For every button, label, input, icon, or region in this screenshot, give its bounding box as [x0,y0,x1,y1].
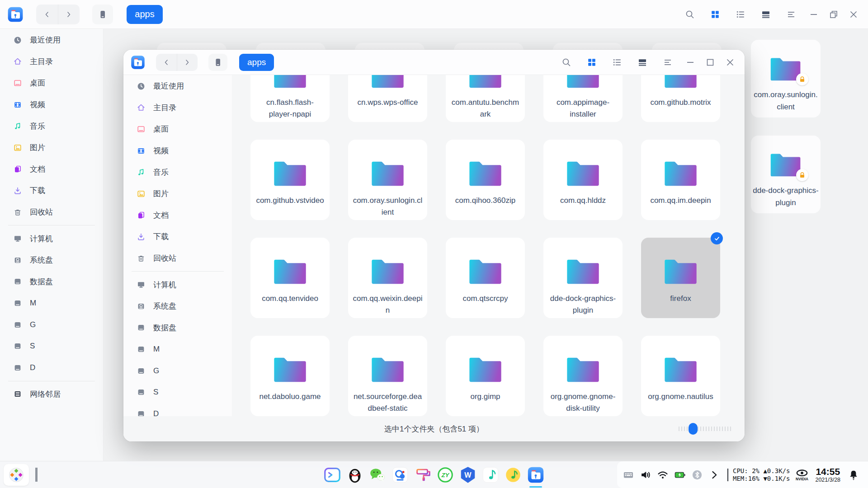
tray-wifi-icon[interactable] [657,469,669,481]
dock-baidu-netdisk[interactable] [391,465,410,484]
tray-keyboard-icon[interactable] [623,469,634,481]
list-view-button[interactable] [604,57,630,67]
close-button[interactable] [844,9,863,19]
folder-item[interactable]: cn.wps.wps-office [348,75,427,122]
dock-qq-music[interactable] [504,465,523,484]
minimize-button[interactable] [804,9,824,19]
clock[interactable]: 14:55 2021/3/28 [815,466,840,483]
folder-item[interactable]: org.gimp [446,336,525,416]
sidebar-item-document[interactable]: 文档 [0,159,103,180]
sidebar-item-home[interactable]: 主目录 [123,97,232,119]
sidebar-item-disk[interactable]: G [123,360,232,382]
folder-item[interactable]: com.qq.weixin.deepin [348,238,427,318]
sidebar-item-image[interactable]: 图片 [0,137,103,159]
tray-expand-icon[interactable] [708,469,720,481]
close-button[interactable] [720,57,740,67]
sidebar-item-disk[interactable]: 数据盘 [123,317,232,339]
menu-button[interactable] [778,9,804,19]
maximize-button[interactable] [700,57,720,67]
folder-item[interactable]: com.github.vstvideo [250,140,330,220]
folder-item[interactable]: cn.flash.flash-player-npapi [250,75,330,122]
search-button[interactable] [677,9,703,19]
dock-wechat[interactable] [368,465,387,484]
folder-item[interactable]: dde-dock-graphics-plugin [543,238,623,318]
notification-bell-icon[interactable] [848,469,859,481]
sidebar-item-home[interactable]: 主目录 [0,51,103,73]
sidebar-item-disk[interactable]: 数据盘 [0,271,103,293]
launcher-button[interactable] [4,464,29,486]
device-button[interactable] [92,5,113,24]
dock-deepin-draw[interactable] [413,465,432,484]
system-monitor[interactable]: CPU: 2% ▲0.3K/s MEM:16% ▼0.1K/s [733,467,790,483]
sidebar-item-music[interactable]: 音乐 [0,115,103,137]
sidebar-item-clock[interactable]: 最近使用 [0,29,103,51]
folder-item[interactable]: dde-dock-graphics-plugin [751,136,821,213]
folder-item[interactable]: com.antutu.benchmark [446,75,525,122]
grid-view-button[interactable] [579,57,604,67]
minimize-button[interactable] [680,57,700,67]
forward-button[interactable] [58,5,80,24]
dock-deepin-music[interactable] [481,465,500,484]
grid-view-button[interactable] [703,9,728,19]
tray-battery-icon[interactable] [674,469,686,481]
sidebar-item-disk[interactable]: M [123,338,232,360]
sidebar-item-network[interactable]: 网络邻居 [0,384,103,405]
folder-item[interactable]: com.github.motrix [641,75,720,122]
sidebar-item-sysdisk[interactable]: 系统盘 [0,249,103,271]
folder-item[interactable]: com.oray.sunlogin.client [751,40,821,117]
folder-item[interactable]: net.sourceforge.deadbeef-static [348,336,427,416]
sidebar-item-trash[interactable]: 回收站 [123,248,232,269]
folder-item[interactable]: net.daboluo.game [250,336,330,416]
sidebar-item-computer[interactable]: 计算机 [123,274,232,296]
sidebar-item-desktop[interactable]: 桌面 [0,72,103,94]
path-tab-apps[interactable]: apps [127,5,163,24]
sidebar-item-trash[interactable]: 回收站 [0,202,103,223]
nvidia-icon[interactable] [794,467,810,483]
sidebar-item-download[interactable]: 下载 [0,180,103,202]
back-button[interactable] [36,5,58,24]
dock-file-manager[interactable] [526,465,545,484]
folder-item[interactable]: com.qtscrcpy [446,238,525,318]
dock-wps-office[interactable] [458,465,477,484]
sidebar-item-disk[interactable]: D [0,357,103,379]
sidebar-item-document[interactable]: 文档 [123,205,232,226]
slider-handle[interactable] [689,423,698,435]
restore-button[interactable] [824,9,844,19]
list-view-button[interactable] [728,9,753,19]
sidebar-item-music[interactable]: 音乐 [123,161,232,183]
sidebar-item-desktop[interactable]: 桌面 [123,118,232,140]
folder-item[interactable]: org.gnome.gnome-disk-utility [543,336,623,416]
folder-item[interactable]: com.qq.hlddz [543,140,623,220]
tray-bluetooth-icon[interactable] [691,469,703,481]
forward-button[interactable] [177,54,198,71]
tray-volume-icon[interactable] [640,469,651,481]
sidebar-item-download[interactable]: 下载 [123,226,232,248]
folder-item[interactable]: com.qihoo.360zip [446,140,525,220]
sidebar-item-sysdisk[interactable]: 系统盘 [123,296,232,317]
dock-deepin-terminal[interactable] [323,465,342,484]
sidebar-item-computer[interactable]: 计算机 [0,228,103,249]
detail-view-button[interactable] [630,57,655,67]
sidebar-item-disk[interactable]: M [0,292,103,314]
dock-qq[interactable] [345,465,364,484]
folder-item[interactable]: com.appimage-installer [543,75,623,122]
sidebar-item-disk[interactable]: G [0,314,103,336]
detail-view-button[interactable] [753,9,778,19]
sidebar-item-disk[interactable]: S [0,335,103,357]
device-button[interactable] [208,54,227,71]
folder-item[interactable]: com.oray.sunlogin.client [348,140,427,220]
sidebar-item-image[interactable]: 图片 [123,183,232,205]
path-tab-apps[interactable]: apps [239,54,274,71]
folder-item-selected[interactable]: firefox [641,238,720,318]
sidebar-item-disk[interactable]: S [123,381,232,403]
sidebar-item-video[interactable]: 视频 [0,94,103,116]
sidebar-item-video[interactable]: 视频 [123,140,232,162]
menu-button[interactable] [655,57,680,67]
folder-item[interactable]: org.gnome.nautilus [641,336,720,416]
search-button[interactable] [554,57,579,67]
sidebar-item-clock[interactable]: 最近使用 [123,75,232,97]
icon-size-slider[interactable] [679,422,733,435]
dock-zy-app[interactable] [436,465,455,484]
back-button[interactable] [156,54,177,71]
slider-track[interactable] [679,427,733,431]
